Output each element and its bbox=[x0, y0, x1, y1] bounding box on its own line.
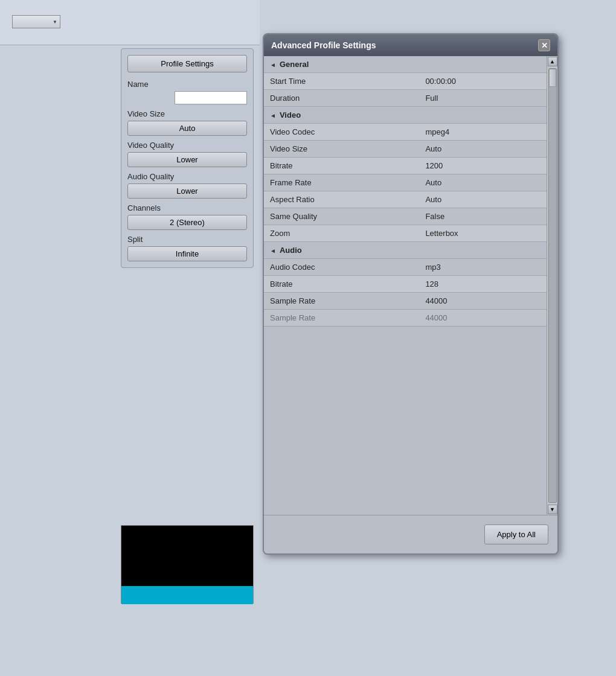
row-value: mp3 bbox=[419, 259, 547, 276]
left-panel: Profile Settings Name Video Size Auto Vi… bbox=[121, 48, 254, 268]
dialog-footer: Apply to All bbox=[264, 515, 557, 553]
settings-table: ◄GeneralStart Time00:00:00DurationFull◄V… bbox=[264, 56, 547, 327]
combo-box[interactable]: ▼ bbox=[12, 15, 60, 28]
table-row[interactable]: Bitrate1200 bbox=[264, 158, 547, 174]
table-row[interactable]: Video SizeAuto bbox=[264, 141, 547, 158]
row-label: Audio Codec bbox=[264, 259, 419, 276]
table-row[interactable]: Frame RateAuto bbox=[264, 174, 547, 191]
video-quality-label: Video Quality bbox=[127, 141, 247, 150]
row-label: Bitrate bbox=[264, 276, 419, 293]
scroll-thumb[interactable] bbox=[549, 69, 556, 87]
table-row[interactable]: Audio Codecmp3 bbox=[264, 259, 547, 276]
section-header-general[interactable]: ◄General bbox=[264, 56, 547, 73]
table-row[interactable]: Aspect RatioAuto bbox=[264, 191, 547, 208]
scrollbar[interactable]: ▲ ▼ bbox=[547, 56, 557, 515]
collapse-arrow-icon: ◄ bbox=[270, 112, 276, 119]
scroll-track bbox=[548, 68, 557, 503]
dialog-titlebar: Advanced Profile Settings ✕ bbox=[264, 34, 557, 56]
table-row[interactable]: Same QualityFalse bbox=[264, 208, 547, 225]
row-value-partial: 44000 bbox=[419, 310, 547, 327]
profile-settings-button[interactable]: Profile Settings bbox=[127, 55, 247, 72]
row-label-partial: Sample Rate bbox=[264, 310, 419, 327]
row-label: Sample Rate bbox=[264, 293, 419, 310]
row-label: Start Time bbox=[264, 73, 419, 90]
apply-to-all-button[interactable]: Apply to All bbox=[484, 525, 548, 544]
channels-dropdown[interactable]: 2 (Stereo) bbox=[127, 215, 247, 230]
channels-label: Channels bbox=[127, 203, 247, 212]
advanced-profile-settings-dialog: Advanced Profile Settings ✕ ◄GeneralStar… bbox=[263, 33, 559, 555]
video-quality-dropdown[interactable]: Lower bbox=[127, 152, 247, 167]
dialog-close-button[interactable]: ✕ bbox=[538, 39, 550, 51]
row-value: Auto bbox=[419, 191, 547, 208]
row-value: 44000 bbox=[419, 293, 547, 310]
row-value: mpeg4 bbox=[419, 124, 547, 141]
collapse-arrow-icon: ◄ bbox=[270, 62, 276, 68]
video-size-dropdown[interactable]: Auto bbox=[127, 121, 247, 136]
row-value: Auto bbox=[419, 141, 547, 158]
row-label: Frame Rate bbox=[264, 174, 419, 191]
row-label: Video Codec bbox=[264, 124, 419, 141]
thumbnail-video bbox=[121, 526, 253, 586]
row-value: 128 bbox=[419, 276, 547, 293]
dialog-body: ◄GeneralStart Time00:00:00DurationFull◄V… bbox=[264, 56, 557, 515]
table-row-partial: Sample Rate44000 bbox=[264, 310, 547, 327]
table-row: Video Codecmpeg4 bbox=[264, 124, 547, 141]
split-label: Split bbox=[127, 235, 247, 244]
table-row[interactable]: Start Time00:00:00 bbox=[264, 73, 547, 90]
section-header-audio[interactable]: ◄Audio bbox=[264, 242, 547, 259]
dialog-title: Advanced Profile Settings bbox=[271, 40, 376, 50]
row-label: Same Quality bbox=[264, 208, 419, 225]
row-value: Letterbox bbox=[419, 225, 547, 242]
thumbnail-area bbox=[121, 525, 254, 604]
table-row[interactable]: DurationFull bbox=[264, 90, 547, 107]
table-row[interactable]: ZoomLetterbox bbox=[264, 225, 547, 242]
row-value: False bbox=[419, 208, 547, 225]
audio-quality-label: Audio Quality bbox=[127, 172, 247, 181]
row-value: 1200 bbox=[419, 158, 547, 174]
row-value: 00:00:00 bbox=[419, 73, 547, 90]
table-row[interactable]: Bitrate128 bbox=[264, 276, 547, 293]
dialog-table-area: ◄GeneralStart Time00:00:00DurationFull◄V… bbox=[264, 56, 547, 515]
thumbnail-bar bbox=[121, 586, 253, 604]
table-row[interactable]: Sample Rate44000 bbox=[264, 293, 547, 310]
row-label: Aspect Ratio bbox=[264, 191, 419, 208]
name-label: Name bbox=[127, 80, 247, 89]
split-dropdown[interactable]: Infinite bbox=[127, 246, 247, 261]
row-label: Bitrate bbox=[264, 158, 419, 174]
top-bar: ▼ bbox=[0, 0, 260, 45]
row-label: Zoom bbox=[264, 225, 419, 242]
collapse-arrow-icon: ◄ bbox=[270, 247, 276, 254]
row-value: Full bbox=[419, 90, 547, 107]
row-label: Duration bbox=[264, 90, 419, 107]
row-label: Video Size bbox=[264, 141, 419, 158]
scroll-up-arrow[interactable]: ▲ bbox=[548, 57, 557, 66]
combo-arrow-icon: ▼ bbox=[53, 19, 57, 25]
scroll-down-arrow[interactable]: ▼ bbox=[548, 505, 557, 514]
video-size-label: Video Size bbox=[127, 109, 247, 118]
audio-quality-dropdown[interactable]: Lower bbox=[127, 183, 247, 199]
row-value: Auto bbox=[419, 174, 547, 191]
section-header-video[interactable]: ◄Video bbox=[264, 107, 547, 124]
name-input[interactable] bbox=[175, 91, 247, 104]
